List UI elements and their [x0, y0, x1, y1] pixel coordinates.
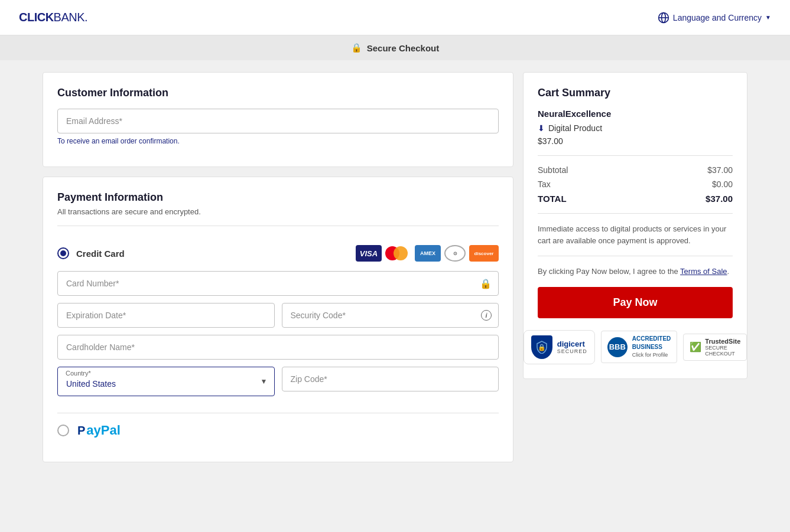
language-currency-button[interactable]: Language and Currency ▼ — [658, 12, 771, 24]
digital-product-row: ⬇ Digital Product — [538, 123, 733, 133]
card-number-field[interactable] — [57, 271, 499, 296]
access-note: Immediate access to digital products or … — [538, 223, 733, 246]
mastercard-logo — [385, 245, 411, 262]
globe-icon — [658, 12, 669, 24]
zip-group — [282, 367, 499, 396]
total-value: $37.00 — [706, 194, 733, 204]
digicert-shield-icon: 🔒 — [531, 335, 552, 359]
trustedsite-badge[interactable]: ✅ TrustedSite SECURE CHECKOUT — [683, 334, 747, 361]
credit-card-radio[interactable] — [57, 247, 69, 259]
product-type: Digital Product — [548, 123, 602, 133]
card-number-group: 🔒 — [57, 271, 499, 296]
cart-divider-2 — [538, 213, 733, 214]
subtotal-label: Subtotal — [538, 165, 568, 175]
pay-now-button[interactable]: Pay Now — [538, 287, 733, 318]
expiration-group — [57, 303, 275, 328]
trust-badges: 🔒 digicert SECURED BBB ACCREDITED BUSINE… — [538, 330, 733, 364]
main-content: Customer Information To receive an email… — [0, 60, 790, 474]
bbb-click-label: Click for Profile — [632, 351, 671, 359]
security-code-group: i — [282, 303, 499, 328]
email-field[interactable] — [57, 109, 499, 133]
secure-checkout-bar: 🔒 Secure Checkout — [0, 35, 790, 60]
product-price: $37.00 — [538, 136, 733, 146]
cart-divider-3 — [538, 256, 733, 256]
logo-click: CLICK — [19, 11, 54, 24]
digicert-badge[interactable]: 🔒 digicert SECURED — [524, 330, 595, 364]
lang-currency-label: Language and Currency — [673, 13, 762, 22]
terms-of-sale-link[interactable]: Terms of Sale — [680, 267, 727, 276]
header: CLICKBANK. Language and Currency ▼ — [0, 0, 790, 35]
secure-checkout-label: Secure Checkout — [367, 43, 440, 53]
credit-card-method: Credit Card VISA AMEX ⊙ — [57, 236, 499, 413]
trustedsite-check-icon: ✅ — [690, 341, 701, 353]
visa-logo: VISA — [356, 245, 382, 262]
exp-security-row: i — [57, 303, 499, 335]
credit-card-header: Credit Card VISA AMEX ⊙ — [57, 245, 499, 262]
subtotal-row: Subtotal $37.00 — [538, 165, 733, 175]
digicert-sub: SECURED — [557, 348, 587, 354]
divider-1 — [57, 226, 499, 226]
bbb-accredited: ACCREDITED — [632, 335, 671, 343]
country-select-wrap: Country* United States Canada United Kin… — [57, 367, 275, 396]
customer-info-title: Customer Information — [57, 87, 499, 99]
bbb-business: BUSINESS — [632, 343, 671, 351]
card-number-input-wrap: 🔒 — [57, 271, 499, 296]
discover-logo: discover — [469, 245, 499, 262]
digicert-title: digicert — [557, 340, 587, 348]
logo[interactable]: CLICKBANK. — [19, 11, 87, 24]
trustedsite-title: TrustedSite — [705, 338, 740, 345]
total-row: TOTAL $37.00 — [538, 194, 733, 204]
tax-label: Tax — [538, 179, 551, 189]
payment-info-title: Payment Information — [57, 191, 499, 204]
expiration-field[interactable] — [57, 303, 275, 328]
customer-info-card: Customer Information To receive an email… — [43, 72, 513, 167]
download-icon: ⬇ — [538, 123, 545, 133]
payment-subtitle: All transactions are secure and encrypte… — [57, 207, 499, 216]
digicert-text-block: digicert SECURED — [557, 340, 587, 354]
logo-bank: BANK. — [54, 11, 88, 24]
terms-suffix: . — [727, 267, 730, 276]
tax-row: Tax $0.00 — [538, 179, 733, 189]
amex-logo: AMEX — [415, 245, 441, 262]
right-column: Cart Summary NeuralExcellence ⬇ Digital … — [523, 72, 747, 462]
trustedsite-sub: SECURE CHECKOUT — [705, 345, 740, 357]
bbb-seal-icon: BBB — [607, 337, 628, 357]
security-code-field[interactable] — [282, 303, 499, 328]
email-form-group: To receive an email order confirmation. — [57, 109, 499, 145]
terms-note: By clicking Pay Now below, I agree to th… — [538, 266, 733, 278]
lock-input-icon: 🔒 — [480, 278, 492, 289]
terms-prefix: By clicking Pay Now below, I agree to th… — [538, 267, 680, 276]
bbb-badge[interactable]: BBB ACCREDITED BUSINESS Click for Profil… — [601, 331, 678, 363]
bbb-text: ACCREDITED BUSINESS Click for Profile — [632, 335, 671, 359]
paypal-logo: PayPal — [77, 423, 121, 438]
subtotal-value: $37.00 — [707, 165, 733, 175]
tax-value: $0.00 — [712, 179, 733, 189]
left-column: Customer Information To receive an email… — [43, 72, 513, 462]
paypal-method: PayPal — [57, 413, 499, 448]
product-name: NeuralExcellence — [538, 109, 733, 119]
email-hint: To receive an email order confirmation. — [57, 137, 499, 145]
zip-field[interactable] — [282, 367, 499, 391]
cart-divider-1 — [538, 155, 733, 156]
total-label: TOTAL — [538, 194, 567, 204]
country-group: Country* United States Canada United Kin… — [57, 367, 275, 396]
svg-text:🔒: 🔒 — [538, 343, 546, 351]
cardholder-field[interactable] — [57, 335, 499, 360]
cart-summary-title: Cart Summary — [538, 87, 733, 99]
credit-card-label: Credit Card — [76, 249, 125, 259]
country-label: Country* — [66, 370, 91, 377]
cardholder-group — [57, 335, 499, 360]
info-icon[interactable]: i — [481, 310, 492, 321]
lang-currency-chevron: ▼ — [765, 14, 771, 21]
payment-info-card: Payment Information All transactions are… — [43, 177, 513, 462]
diners-logo: ⊙ — [444, 245, 466, 262]
paypal-radio[interactable] — [57, 425, 69, 436]
trustedsite-text: TrustedSite SECURE CHECKOUT — [705, 338, 740, 357]
cart-summary-card: Cart Summary NeuralExcellence ⬇ Digital … — [523, 72, 747, 379]
card-logos: VISA AMEX ⊙ discover — [356, 245, 499, 262]
country-zip-row: Country* United States Canada United Kin… — [57, 367, 499, 403]
lock-icon: 🔒 — [351, 43, 362, 53]
security-code-wrap: i — [282, 303, 499, 328]
